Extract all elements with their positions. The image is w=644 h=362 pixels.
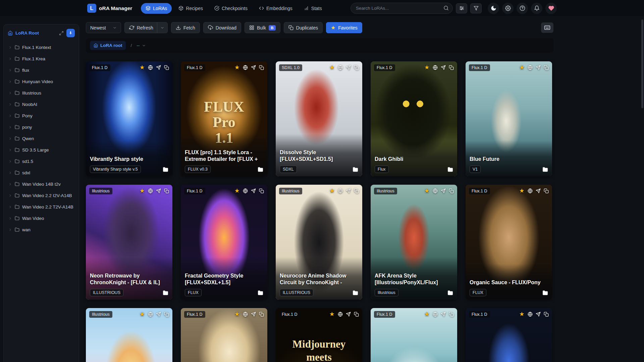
open-folder-icon[interactable] (258, 290, 263, 296)
copy-icon[interactable] (449, 65, 454, 70)
keyboard-shortcuts-button[interactable] (541, 22, 553, 33)
sidebar-folder-wan-video[interactable]: Wan Video (6, 213, 76, 224)
send-icon[interactable] (251, 312, 256, 317)
open-folder-icon[interactable] (447, 167, 453, 172)
settings-button[interactable] (502, 3, 514, 14)
support-button[interactable] (545, 3, 557, 14)
lora-card[interactable]: Flux.1 D ★ Fractal Geometry Style [FLUX+… (181, 185, 267, 300)
favorite-star-icon[interactable]: ★ (234, 64, 240, 70)
chevron-right-icon[interactable] (8, 125, 12, 129)
sidebar-folder-wan[interactable]: wan (6, 224, 76, 235)
theme-toggle-button[interactable] (488, 3, 499, 14)
sidebar-folder-pony[interactable]: pony (6, 121, 76, 133)
nav-item-stats[interactable]: Stats (299, 3, 327, 14)
open-folder-icon[interactable] (542, 167, 548, 172)
open-folder-icon[interactable] (258, 167, 263, 172)
chevron-right-icon[interactable] (8, 68, 12, 72)
favorite-star-icon[interactable]: ★ (234, 188, 240, 194)
search-input[interactable] (351, 3, 453, 14)
copy-icon[interactable] (259, 65, 264, 70)
globe-icon[interactable] (433, 312, 438, 317)
lora-card[interactable]: Illustrious ★ Neurocore Anime Shadow Cir… (276, 185, 362, 300)
chevron-right-icon[interactable] (8, 171, 12, 175)
chevron-right-icon[interactable] (8, 46, 12, 49)
filter-button[interactable] (470, 3, 482, 13)
chevron-right-icon[interactable] (8, 217, 12, 220)
chevron-right-icon[interactable] (8, 228, 12, 232)
copy-icon[interactable] (544, 188, 549, 193)
sidebar-folder-sd1-5[interactable]: sd1.5 (6, 156, 76, 167)
send-icon[interactable] (156, 188, 161, 193)
fetch-button[interactable]: Fetch (171, 22, 200, 33)
copy-icon[interactable] (354, 65, 359, 70)
lora-card[interactable]: Flux.1 D ★ (181, 308, 267, 362)
sidebar-folder-flux[interactable]: flux (6, 64, 76, 76)
favorite-star-icon[interactable]: ★ (519, 64, 525, 70)
sidebar-folder-wan-video-14b-t2v[interactable]: Wan Video 14B t2v (6, 178, 76, 190)
send-icon[interactable] (346, 65, 351, 70)
sidebar-folder-wan-video-2-2-i2v-a14b[interactable]: Wan Video 2.2 I2V-A14B (6, 190, 76, 201)
lora-card[interactable]: Flux.1 D ★ (371, 308, 457, 362)
lora-card[interactable]: Flux.1 D ★ Dark Ghibli Flux (371, 61, 457, 176)
app-brand[interactable]: L oRA Manager (87, 4, 132, 13)
favorite-star-icon[interactable]: ★ (329, 311, 335, 317)
send-icon[interactable] (346, 188, 351, 193)
favorite-star-icon[interactable]: ★ (329, 188, 335, 194)
sidebar-folder-hunyuan-video[interactable]: Hunyuan Video (6, 76, 76, 87)
copy-icon[interactable] (354, 312, 359, 317)
favorite-star-icon[interactable]: ★ (329, 64, 335, 70)
pin-sidebar-button[interactable] (66, 29, 75, 37)
favorite-star-icon[interactable]: ★ (140, 188, 145, 194)
send-icon[interactable] (251, 65, 256, 70)
lora-card[interactable]: Illustrious ★ (86, 308, 172, 362)
open-folder-icon[interactable] (353, 290, 358, 296)
chevron-right-icon[interactable] (8, 194, 12, 197)
globe-icon[interactable] (528, 65, 533, 70)
copy-icon[interactable] (164, 188, 169, 193)
chevron-right-icon[interactable] (8, 80, 12, 83)
help-button[interactable] (517, 3, 528, 14)
sidebar-folder-sd-3-5-large[interactable]: SD 3.5 Large (6, 144, 76, 156)
globe-icon[interactable] (433, 188, 438, 193)
expand-tree-button[interactable] (59, 31, 64, 36)
lora-card[interactable]: Flux.1 D ★ (466, 308, 552, 362)
download-button[interactable]: Download (203, 22, 241, 33)
chevron-right-icon[interactable] (8, 114, 12, 118)
open-folder-icon[interactable] (447, 290, 453, 296)
duplicates-button[interactable]: Duplicates (284, 22, 323, 33)
copy-icon[interactable] (164, 65, 169, 70)
lora-card[interactable]: Flux.1 D ★ Blue Future V1 (466, 61, 552, 176)
chevron-right-icon[interactable] (8, 91, 12, 95)
nav-item-checkpoints[interactable]: Checkpoints (210, 3, 252, 14)
globe-icon[interactable] (338, 188, 343, 193)
sidebar-folder-noobai[interactable]: NoobAI (6, 99, 76, 110)
sidebar-folder-qwen[interactable]: Qwen (6, 133, 76, 144)
chevron-right-icon[interactable] (8, 137, 12, 140)
favorite-star-icon[interactable]: ★ (424, 188, 430, 194)
search-icon[interactable] (443, 5, 449, 11)
breadcrumb-root[interactable]: LoRA root (90, 41, 126, 50)
favorite-star-icon[interactable]: ★ (234, 311, 240, 317)
sidebar-folder-pony[interactable]: Pony (6, 110, 76, 121)
send-icon[interactable] (536, 312, 541, 317)
favorite-star-icon[interactable]: ★ (140, 64, 145, 70)
refresh-options-button[interactable] (157, 22, 167, 33)
lora-card[interactable]: Illustrious ★ Neon Retrowave by ChronoKn… (86, 185, 172, 300)
chevron-right-icon[interactable] (8, 205, 12, 209)
globe-icon[interactable] (148, 188, 153, 193)
send-icon[interactable] (251, 188, 256, 193)
breadcrumb-current-dropdown[interactable]: -- (137, 43, 146, 48)
favorites-filter-button[interactable]: ★ Favorites (326, 22, 362, 33)
scrollbar[interactable] (641, 19, 643, 362)
send-icon[interactable] (346, 312, 351, 317)
sidebar-folder-flux-1-krea[interactable]: Flux.1 Krea (6, 53, 76, 64)
lora-card[interactable]: Midjourney meets FLUX Flux.1 D ★ (276, 308, 362, 362)
lora-card[interactable]: FLUX Pro 1.1 Flux.1 D ★ FLUX [pro] 1.1 S… (181, 61, 267, 176)
globe-icon[interactable] (243, 65, 248, 70)
send-icon[interactable] (156, 65, 161, 70)
copy-icon[interactable] (449, 188, 454, 193)
favorite-star-icon[interactable]: ★ (424, 311, 430, 317)
globe-icon[interactable] (148, 312, 153, 317)
sort-dropdown[interactable]: Newest (86, 22, 121, 33)
lora-card[interactable]: SDXL 1.0 ★ Dissolve Style [FLUX+SDXL+SD1… (276, 61, 362, 176)
